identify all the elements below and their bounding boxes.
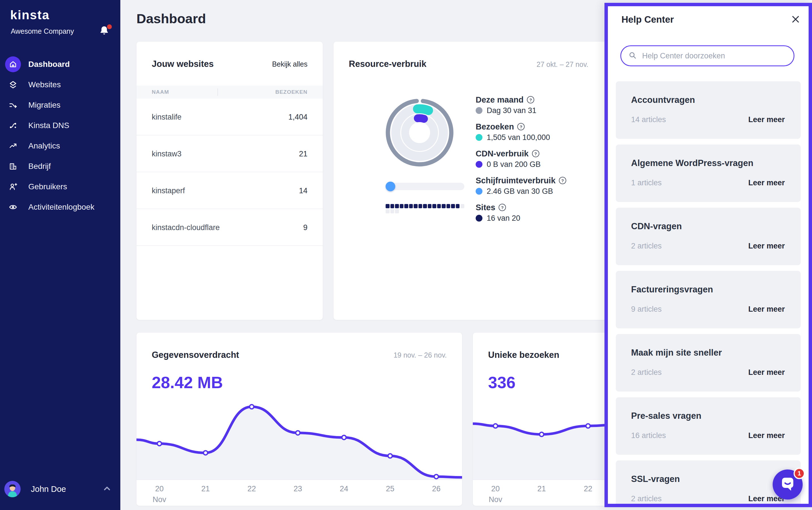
close-button[interactable] <box>790 14 801 26</box>
svg-text:21: 21 <box>201 484 210 493</box>
legend-item-sites: Sites ? 16 van 20 <box>476 203 566 223</box>
migration-icon <box>5 97 21 113</box>
layers-icon <box>5 77 21 93</box>
search-icon <box>629 51 636 60</box>
svg-text:20: 20 <box>155 484 163 493</box>
site-slot <box>447 204 450 208</box>
table-row[interactable]: kinstaw3 21 <box>137 136 323 172</box>
site-slot <box>423 204 427 208</box>
avatar <box>4 481 21 497</box>
websites-card-title: Jouw websites <box>152 59 214 69</box>
legend-dot <box>476 134 482 141</box>
learn-more-link[interactable]: Leer meer <box>748 305 785 314</box>
chevron-up-icon[interactable] <box>102 484 112 494</box>
table-row[interactable]: kinstacdn-cloudflare 9 <box>137 209 323 246</box>
learn-more-link[interactable]: Leer meer <box>748 178 785 187</box>
sidebar-item-label: Analytics <box>28 141 60 150</box>
legend-item-schijfruimteverbruik: Schijfruimteverbruik ? 2.46 GB van 30 GB <box>476 176 566 196</box>
help-tooltip-icon[interactable]: ? <box>517 123 524 130</box>
sidebar-item-label: Migraties <box>28 101 61 110</box>
view-all-link[interactable]: Bekijk alles <box>272 60 307 68</box>
sidebar-item-kinsta-dns[interactable]: Kinsta DNS <box>0 115 120 136</box>
legend-dot <box>476 215 482 222</box>
sidebar: kinsta Awesome Company Dashboard Website… <box>0 0 120 510</box>
sidebar-item-label: Gebruikers <box>28 182 67 191</box>
help-tooltip-icon[interactable]: ? <box>499 204 506 211</box>
legend-item-cdn-verbruik: CDN-verbruik ? 0 B van 200 GB <box>476 149 566 169</box>
help-topic-algemene-wordpress-vragen[interactable]: Algemene WordPress-vragen 1 articles Lee… <box>616 144 801 202</box>
legend-dot <box>476 161 482 168</box>
data-point <box>388 454 392 458</box>
sidebar-item-bedrijf[interactable]: Bedrijf <box>0 156 120 176</box>
learn-more-link[interactable]: Leer meer <box>748 368 785 377</box>
help-search-input[interactable] <box>641 51 786 61</box>
site-slot <box>460 204 464 208</box>
help-tooltip-icon[interactable]: ? <box>559 177 566 184</box>
kinsta-logo: kinsta <box>10 8 50 22</box>
article-count: 14 articles <box>631 115 666 124</box>
site-visits: 14 <box>299 187 307 195</box>
data-point <box>434 475 439 479</box>
legend-dot <box>476 188 482 195</box>
site-slot <box>456 204 460 208</box>
resource-donut-chart <box>383 96 456 169</box>
site-slot <box>386 204 390 208</box>
legend-dot <box>476 107 482 114</box>
sidebar-item-migraties[interactable]: Migraties <box>0 95 120 115</box>
site-slot <box>404 204 408 208</box>
svg-text:Nov: Nov <box>153 495 167 504</box>
help-topic-pre-sales-vragen[interactable]: Pre-sales vragen 16 articles Leer meer <box>616 397 801 455</box>
help-topics-list: Accountvragen 14 articles Leer meer Alge… <box>616 81 801 504</box>
article-count: 2 articles <box>631 368 662 377</box>
user-name: John Doe <box>31 484 102 494</box>
site-slot <box>418 204 422 208</box>
site-visits: 9 <box>303 223 307 232</box>
help-search-box <box>620 45 794 66</box>
data-point <box>296 431 300 435</box>
help-tooltip-icon[interactable]: ? <box>532 150 539 157</box>
page-title: Dashboard <box>137 11 206 26</box>
help-topic-factureringsvragen[interactable]: Factureringsvragen 9 articles Leer meer <box>616 271 801 329</box>
data-point <box>342 435 346 440</box>
site-slot <box>390 204 394 208</box>
site-slot <box>432 204 436 208</box>
table-row[interactable]: kinstaperf 14 <box>137 172 323 209</box>
data-point <box>250 405 254 409</box>
sidebar-item-dashboard[interactable]: Dashboard <box>0 54 120 75</box>
site-slot <box>390 209 394 214</box>
sidebar-item-activiteitenlogboek[interactable]: Activiteitenlogboek <box>0 197 120 217</box>
help-topic-cdn-vragen[interactable]: CDN-vragen 2 articles Leer meer <box>616 208 801 265</box>
article-count: 2 articles <box>631 242 662 251</box>
svg-text:21: 21 <box>537 484 546 493</box>
transfer-line-chart: 20212223242526Nov <box>137 333 462 506</box>
disk-usage-knob[interactable] <box>386 181 395 191</box>
svg-text:23: 23 <box>294 484 302 493</box>
notifications-button[interactable] <box>98 25 112 38</box>
help-topic-maak-mijn-site-sneller[interactable]: Maak mijn site sneller 2 articles Leer m… <box>616 334 801 392</box>
table-row[interactable]: kinstalife 1,404 <box>137 98 323 136</box>
chat-unread-badge: 1 <box>793 468 805 479</box>
sidebar-item-websites[interactable]: Websites <box>0 75 120 95</box>
column-header-name: NAAM <box>152 86 169 98</box>
svg-text:Nov: Nov <box>489 495 503 504</box>
learn-more-link[interactable]: Leer meer <box>748 242 785 251</box>
sidebar-item-label: Dashboard <box>28 60 70 69</box>
chat-icon <box>780 477 795 492</box>
data-point <box>540 432 544 436</box>
bell-icon <box>98 32 110 37</box>
site-visits: 21 <box>299 150 307 159</box>
svg-text:22: 22 <box>247 484 256 493</box>
svg-text:22: 22 <box>584 484 592 493</box>
help-topic-accountvragen[interactable]: Accountvragen 14 articles Leer meer <box>616 81 801 139</box>
learn-more-link[interactable]: Leer meer <box>748 115 785 124</box>
home-icon <box>5 56 21 72</box>
chat-launcher-button[interactable]: 1 <box>773 470 803 500</box>
disk-usage-bar <box>386 183 464 190</box>
sidebar-item-analytics[interactable]: Analytics <box>0 136 120 156</box>
legend-item-deze-maand: Deze maand ? Dag 30 van 31 <box>476 95 566 115</box>
sidebar-item-gebruikers[interactable]: Gebruikers <box>0 176 120 197</box>
column-divider <box>217 88 218 96</box>
learn-more-link[interactable]: Leer meer <box>748 431 785 440</box>
help-tooltip-icon[interactable]: ? <box>527 96 534 104</box>
user-menu[interactable]: John Doe <box>0 478 120 500</box>
